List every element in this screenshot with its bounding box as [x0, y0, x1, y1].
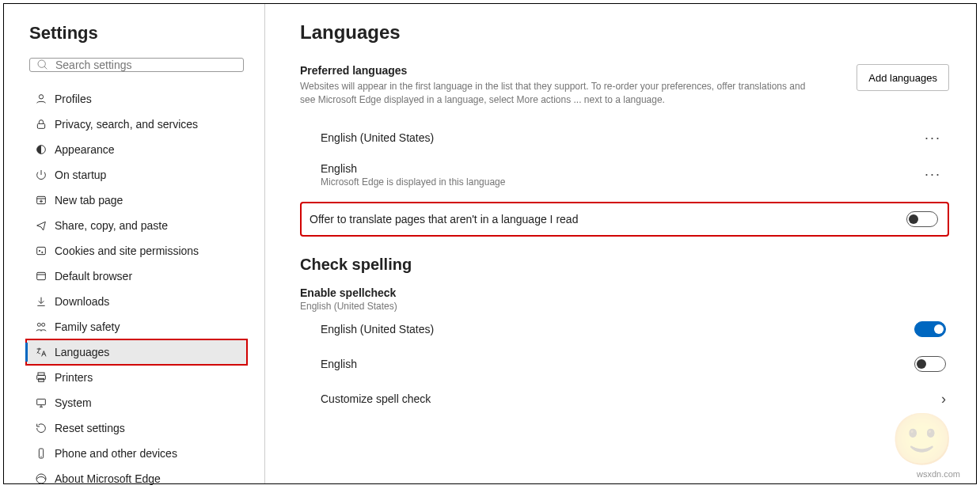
svg-rect-20	[39, 378, 44, 381]
svg-rect-3	[37, 123, 44, 128]
translate-option-row: Offer to translate pages that aren't in …	[300, 202, 949, 237]
sidebar-item-label: Reset settings	[55, 422, 125, 434]
language-row: English (United States) ···	[300, 119, 949, 157]
language-name: English (United States)	[321, 131, 434, 144]
newtab-icon	[35, 194, 47, 207]
search-input[interactable]: Search settings	[29, 58, 244, 72]
sidebar-item-label: Appearance	[55, 143, 115, 156]
sidebar-item-label: Privacy, search, and services	[55, 118, 198, 131]
customize-spellcheck-row[interactable]: Customize spell check ›	[300, 381, 949, 417]
sidebar-item-printers[interactable]: Printers	[26, 365, 247, 390]
svg-rect-12	[37, 272, 46, 279]
sidebar-item-label: Profiles	[55, 93, 92, 105]
family-icon	[35, 320, 47, 333]
reset-icon	[35, 422, 47, 434]
sidebar-item-reset[interactable]: Reset settings	[26, 415, 247, 441]
language-sub: Microsoft Edge is displayed in this lang…	[321, 176, 505, 188]
svg-line-1	[44, 66, 47, 69]
sidebar-item-phone[interactable]: Phone and other devices	[26, 441, 247, 466]
translate-toggle[interactable]	[906, 211, 938, 227]
browser-icon	[35, 270, 47, 282]
system-icon	[35, 396, 47, 409]
customize-spellcheck-label: Customize spell check	[321, 392, 431, 405]
svg-point-26	[36, 474, 46, 483]
sidebar-item-languages[interactable]: Languages	[26, 339, 247, 365]
search-placeholder: Search settings	[55, 59, 132, 71]
enable-spellcheck-label: Enable spellcheck	[300, 286, 949, 299]
preferred-languages-desc: Websites will appear in the first langua…	[300, 80, 822, 108]
sidebar-item-family[interactable]: Family safety	[26, 314, 247, 339]
settings-title: Settings	[29, 23, 247, 44]
svg-point-2	[39, 95, 43, 99]
preferred-languages-heading: Preferred languages	[300, 64, 822, 77]
sidebar-item-label: New tab page	[55, 194, 123, 207]
sidebar-item-about[interactable]: About Microsoft Edge	[26, 466, 247, 489]
sidebar-item-label: About Microsoft Edge	[55, 472, 161, 485]
svg-point-15	[37, 323, 40, 326]
power-icon	[35, 169, 47, 181]
sidebar-item-label: Cookies and site permissions	[55, 244, 199, 257]
svg-point-16	[42, 323, 45, 326]
sidebar-item-label: Default browser	[55, 270, 132, 282]
svg-rect-9	[37, 247, 46, 254]
sidebar-item-label: Printers	[55, 371, 93, 384]
language-row: English Microsoft Edge is displayed in t…	[300, 157, 949, 195]
share-icon	[35, 219, 47, 232]
sidebar-item-label: On startup	[55, 169, 106, 181]
profile-icon	[35, 93, 47, 105]
chevron-right-icon: ›	[941, 391, 946, 408]
translate-label: Offer to translate pages that aren't in …	[310, 213, 578, 226]
sidebar-item-newtab[interactable]: New tab page	[26, 188, 247, 213]
phone-icon	[35, 447, 47, 460]
lock-icon	[35, 118, 47, 131]
sidebar-item-system[interactable]: System	[26, 390, 247, 415]
edge-icon	[35, 472, 47, 485]
sidebar-item-cookies[interactable]: Cookies and site permissions	[26, 238, 247, 263]
sidebar-item-profiles[interactable]: Profiles	[26, 86, 247, 112]
spellcheck-language-name: English (United States)	[321, 323, 434, 335]
sidebar-item-label: System	[55, 396, 92, 409]
sidebar-item-label: Downloads	[55, 295, 109, 308]
search-icon	[36, 59, 49, 71]
spellcheck-language-row: English (United States)	[300, 312, 949, 347]
sidebar-item-label: Share, copy, and paste	[55, 219, 168, 232]
language-icon	[35, 346, 47, 358]
watermark-text: wsxdn.com	[917, 469, 960, 479]
sidebar-item-startup[interactable]: On startup	[26, 162, 247, 188]
svg-point-11	[42, 252, 43, 252]
cookies-icon	[35, 244, 47, 257]
svg-rect-21	[37, 399, 46, 404]
page-title: Languages	[300, 21, 949, 44]
spellcheck-toggle[interactable]	[914, 356, 946, 372]
spellcheck-toggle[interactable]	[914, 321, 946, 337]
more-actions-button[interactable]: ···	[920, 127, 946, 150]
sidebar-item-label: Phone and other devices	[55, 447, 177, 460]
spellcheck-language-name: English	[321, 358, 357, 370]
enable-spellcheck-note: English (United States)	[300, 301, 949, 312]
sidebar-item-downloads[interactable]: Downloads	[26, 289, 247, 314]
sidebar-item-label: Languages	[55, 346, 109, 358]
svg-point-0	[38, 60, 45, 67]
add-languages-button[interactable]: Add languages	[857, 64, 949, 91]
appearance-icon	[35, 143, 47, 156]
spellcheck-language-row: English	[300, 347, 949, 381]
sidebar-item-privacy[interactable]: Privacy, search, and services	[26, 112, 247, 137]
check-spelling-heading: Check spelling	[300, 256, 949, 274]
more-actions-button[interactable]: ···	[920, 163, 946, 186]
download-icon	[35, 295, 47, 308]
printer-icon	[35, 371, 47, 384]
sidebar-item-share[interactable]: Share, copy, and paste	[26, 213, 247, 238]
language-name: English	[321, 162, 505, 175]
svg-point-10	[39, 250, 40, 251]
sidebar-item-default-browser[interactable]: Default browser	[26, 263, 247, 289]
sidebar-item-label: Family safety	[55, 320, 120, 333]
sidebar-item-appearance[interactable]: Appearance	[26, 137, 247, 162]
